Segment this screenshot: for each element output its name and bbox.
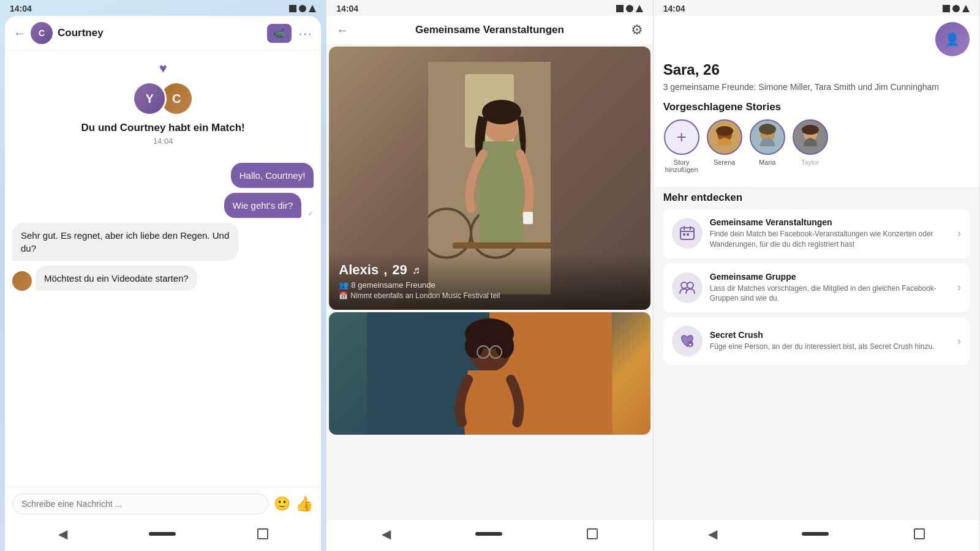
match-section: ♥ Y C Du und Courtney habt ein Match! 14… xyxy=(81,61,245,153)
video-call-button[interactable]: 📹 xyxy=(267,24,292,43)
wifi-icon-2 xyxy=(636,5,643,12)
music-icon: ♬ xyxy=(412,264,421,277)
story-item-taylor[interactable]: Taylor xyxy=(792,119,829,173)
settings-button[interactable]: ⚙ xyxy=(631,22,643,38)
profile-name-alexis: Alexis, 29 ♬ xyxy=(339,262,640,278)
message-input[interactable] xyxy=(12,493,269,514)
profile-friends-alexis: 👥 8 gemeinsame Freunde xyxy=(339,280,640,290)
nav-back-button-2[interactable]: ◀ xyxy=(382,527,391,541)
discover-crush-desc: Füge eine Person, an der du interessiert… xyxy=(710,342,950,352)
group-icon xyxy=(679,280,696,296)
story-item-add[interactable]: + Story hinzufügen xyxy=(663,119,700,173)
message-row: Möchtest du ein Videodate starten? xyxy=(12,266,314,291)
like-button[interactable]: 👍 xyxy=(295,495,314,512)
svg-point-20 xyxy=(716,126,733,136)
svg-point-33 xyxy=(681,282,687,288)
discover-events-title: Gemeinsame Veranstaltungen xyxy=(710,217,950,227)
status-icons-2 xyxy=(616,5,643,12)
nav-home-button[interactable] xyxy=(149,532,176,536)
nav-bar-2: ◀ xyxy=(326,520,652,551)
events-arrow-icon: › xyxy=(957,227,961,240)
nav-home-button-3[interactable] xyxy=(802,532,829,536)
match-heart-icon: ♥ xyxy=(159,61,167,77)
svg-point-23 xyxy=(759,124,776,135)
events-header: ← Gemeinsame Veranstaltungen ⚙ xyxy=(326,16,652,44)
back-button[interactable]: ← xyxy=(13,26,26,40)
svg-point-26 xyxy=(802,125,819,135)
status-time-2: 14:04 xyxy=(336,4,358,13)
wifi-icon-3 xyxy=(962,5,970,12)
discover-group-desc: Lass dir Matches vorschlagen, die Mitgli… xyxy=(710,283,950,304)
video-icon: 📹 xyxy=(273,28,285,39)
story-item-serena[interactable]: Serena xyxy=(706,119,743,173)
match-title: Du und Courtney habt ein Match! xyxy=(81,122,245,134)
emoji-button[interactable]: 🙂 xyxy=(274,496,290,512)
svg-rect-32 xyxy=(687,233,689,236)
svg-rect-6 xyxy=(523,212,533,224)
discover-scroll[interactable]: Mehr entdecken Gemeinsame Veranstaltunge… xyxy=(654,187,979,520)
status-bar-3: 14:04 xyxy=(654,0,979,16)
nav-recents-button[interactable] xyxy=(257,528,268,539)
header-actions: 📹 ··· xyxy=(267,24,313,43)
taylor-avatar-img xyxy=(794,121,827,154)
profile3-avatar: 👤 xyxy=(935,22,970,56)
calendar-icon xyxy=(679,225,695,241)
svg-text:♥: ♥ xyxy=(688,342,692,348)
story-taylor-label: Taylor xyxy=(801,159,819,166)
chat-messages: ♥ Y C Du und Courtney habt ein Match! 14… xyxy=(5,51,321,487)
profile-card-alexis[interactable]: Alexis, 29 ♬ 👥 8 gemeinsame Freunde 📅 Ni… xyxy=(329,47,650,310)
svg-rect-31 xyxy=(683,233,685,236)
sent-message-1: Hallo, Courtney! xyxy=(231,163,314,188)
profile3-top: 👤 xyxy=(663,22,970,56)
status-time-3: 14:04 xyxy=(663,4,685,13)
discover-card-events[interactable]: Gemeinsame Veranstaltungen Finde dein Ma… xyxy=(663,209,970,258)
profile-overlay-alexis: Alexis, 29 ♬ 👥 8 gemeinsame Freunde 📅 Ni… xyxy=(329,252,650,310)
story-item-maria[interactable]: Maria xyxy=(749,119,786,173)
discover-events-text: Gemeinsame Veranstaltungen Finde dein Ma… xyxy=(710,217,950,250)
story-add-label: Story hinzufügen xyxy=(665,159,698,173)
signal-icon xyxy=(299,5,306,12)
maria-avatar-img xyxy=(751,121,784,154)
nav-back-button-3[interactable]: ◀ xyxy=(708,527,717,541)
heart-icon: ♥ xyxy=(679,333,695,349)
story-avatar-serena xyxy=(707,119,742,155)
events-scroll[interactable]: Alexis, 29 ♬ 👥 8 gemeinsame Freunde 📅 Ni… xyxy=(326,44,652,520)
stories-row: + Story hinzufügen Serena xyxy=(663,117,970,178)
more-options-button[interactable]: ··· xyxy=(299,26,313,40)
nav-home-button-2[interactable] xyxy=(475,532,502,536)
nav-back-button[interactable]: ◀ xyxy=(58,527,67,541)
signal-icon-3 xyxy=(952,5,960,12)
wifi-icon xyxy=(309,5,316,12)
nav-recents-button-2[interactable] xyxy=(587,528,598,539)
message-row: Wie geht's dir? ✓ xyxy=(12,193,314,218)
match-avatars: Y C xyxy=(132,81,194,116)
battery-icon-3 xyxy=(943,5,950,12)
group-icon-wrap xyxy=(672,272,703,303)
profile-card-2[interactable] xyxy=(329,312,650,435)
nav-bar-3: ◀ xyxy=(654,520,979,551)
svg-point-34 xyxy=(687,282,693,288)
discover-panel: 14:04 👤 Sara, 26 3 gemeinsame Freunde: S… xyxy=(654,0,980,551)
profile3-friends: 3 gemeinsame Freunde: Simone Miller, Tar… xyxy=(663,81,970,94)
contact-avatar: C xyxy=(31,22,53,44)
status-icons-1 xyxy=(289,5,316,12)
discover-card-crush[interactable]: ♥ Secret Crush Füge eine Person, an der … xyxy=(663,317,970,365)
message-row: Sehr gut. Es regnet, aber ich liebe den … xyxy=(12,223,314,261)
nav-recents-button-3[interactable] xyxy=(914,528,925,539)
events-back-button[interactable]: ← xyxy=(336,23,349,37)
profile3-header: 👤 Sara, 26 3 gemeinsame Freunde: Simone … xyxy=(654,16,979,187)
discover-card-group[interactable]: Gemeinsame Gruppe Lass dir Matches vorsc… xyxy=(663,263,970,313)
events-icon-wrap xyxy=(672,218,703,249)
discover-crush-text: Secret Crush Füge eine Person, an der du… xyxy=(710,330,950,352)
received-message-1: Sehr gut. Es regnet, aber ich liebe den … xyxy=(12,223,238,261)
chat-inner: ← C Courtney 📹 ··· ♥ Y xyxy=(5,16,321,551)
discover-crush-title: Secret Crush xyxy=(710,330,950,340)
svg-point-5 xyxy=(482,100,521,124)
received-message-2: Möchtest du ein Videodate starten? xyxy=(36,266,197,291)
discover-group-text: Gemeinsame Gruppe Lass dir Matches vorsc… xyxy=(710,272,950,304)
status-bar-2: 14:04 xyxy=(326,0,652,16)
contact-avatar-letter: C xyxy=(39,28,45,38)
events-page-title: Gemeinsame Veranstaltungen xyxy=(353,24,625,36)
status-time-1: 14:04 xyxy=(10,4,32,13)
crush-icon-wrap: ♥ xyxy=(672,326,703,356)
